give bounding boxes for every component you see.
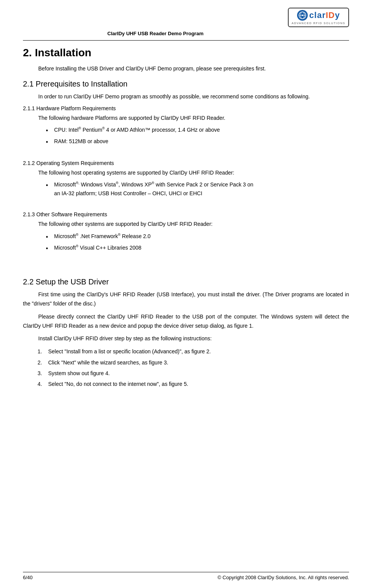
section21-body: In order to run ClarIDy UHF Demo program…	[23, 92, 349, 101]
step-3-text: System show out figure 4.	[48, 369, 110, 377]
section22-para3: Install ClarIDy UHF RFID driver step by …	[23, 334, 349, 343]
logo-circle-icon	[297, 10, 308, 21]
bullet-vcpp-text: Microsoft® Visual C++ Libraries 2008	[54, 243, 141, 252]
section22-heading: 2.2 Setup the USB Driver	[23, 278, 349, 286]
step-2-text: Click "Next" while the wizard searches, …	[48, 358, 168, 367]
step-3-num: 3.	[31, 369, 42, 377]
bullet-vcpp: Microsoft® Visual C++ Libraries 2008	[46, 243, 349, 253]
section2-heading: 2. Installation	[23, 47, 349, 59]
section213-body: The following other systems are supporte…	[23, 220, 349, 229]
footer-page: 6/40	[23, 575, 32, 580]
logo-box: clarIDy ADVANCED RFID SOLUTIONS	[288, 8, 349, 27]
section211-heading: 2.1.1 Hardware Platform Requirements	[23, 105, 349, 111]
bullet-cpu: CPU: Intel® Pentium® 4 or AMD Athlon™ pr…	[46, 126, 349, 136]
bullet-cpu-text: CPU: Intel® Pentium® 4 or AMD Athlon™ pr…	[54, 126, 220, 134]
section22-para2: Please directly connect the ClarIDy UHF …	[23, 312, 349, 331]
header-title: ClarIDy UHF USB Reader Demo Program	[23, 19, 288, 36]
section21-heading: 2.1 Prerequisites to Installation	[23, 80, 349, 88]
step-3: 3. System show out figure 4.	[31, 369, 349, 377]
section213-heading: 2.1.3 Other Software Requirements	[23, 211, 349, 217]
section211-body: The following hardware Platforms are sup…	[23, 114, 349, 123]
section212-heading: 2.1.2 Operating System Requirements	[23, 160, 349, 166]
step-4-text: Select "No, do not connect to the intern…	[48, 380, 188, 388]
footer-copyright: © Copyright 2008 ClarIDy Solutions, Inc.…	[218, 575, 349, 580]
svg-point-3	[302, 15, 303, 16]
page-footer: 6/40 © Copyright 2008 ClarIDy Solutions,…	[23, 572, 349, 580]
section22-para1: First time using the ClarIDy's UHF RFID …	[23, 290, 349, 309]
logo-area: clarIDy ADVANCED RFID SOLUTIONS	[288, 8, 349, 27]
step-2-num: 2.	[31, 358, 42, 367]
header-divider	[23, 40, 349, 41]
bullet-ram: RAM: 512MB or above	[46, 137, 349, 147]
section2-intro: Before Installing the USB Driver and Cla…	[23, 64, 349, 74]
logo-brand: clarIDy	[309, 10, 340, 20]
logo-tagline: ADVANCED RFID SOLUTIONS	[292, 21, 346, 25]
bullet-dotnet: Microsoft® .Net Framework® Release 2.0	[46, 232, 349, 242]
page: ClarIDy UHF USB Reader Demo Program clar…	[0, 0, 372, 588]
section22-steps: 1. Select "Install from a list or specif…	[31, 347, 349, 389]
step-2: 2. Click "Next" while the wizard searche…	[31, 358, 349, 367]
section213-bullets: Microsoft® .Net Framework® Release 2.0 M…	[46, 232, 349, 253]
bullet-microsoft-os: Microsoft®, Windows Vista®, Windows XP® …	[46, 180, 349, 198]
page-header: ClarIDy UHF USB Reader Demo Program clar…	[23, 8, 349, 36]
section211-bullets: CPU: Intel® Pentium® 4 or AMD Athlon™ pr…	[46, 126, 349, 147]
step-4: 4. Select "No, do not connect to the int…	[31, 380, 349, 388]
step-4-num: 4.	[31, 380, 42, 388]
section212-bullets: Microsoft®, Windows Vista®, Windows XP® …	[46, 180, 349, 198]
bullet-dotnet-text: Microsoft® .Net Framework® Release 2.0	[54, 232, 151, 240]
step-1: 1. Select "Install from a list or specif…	[31, 347, 349, 356]
step-1-num: 1.	[31, 347, 42, 356]
logo-text-group: clarIDy	[309, 10, 340, 20]
bullet-ram-text: RAM: 512MB or above	[54, 137, 109, 145]
logo-inner: clarIDy	[297, 10, 340, 21]
section212-body: The following host operating systems are…	[23, 168, 349, 178]
bullet-microsoft-os-text: Microsoft®, Windows Vista®, Windows XP® …	[54, 180, 253, 198]
step-1-text: Select "Install from a list or specific …	[48, 347, 211, 356]
